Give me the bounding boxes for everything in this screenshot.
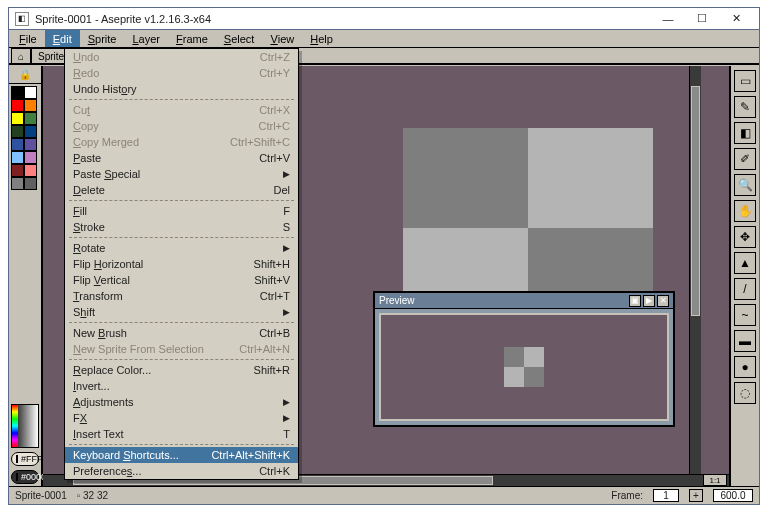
vertical-scrollbar[interactable] [689, 66, 701, 474]
eraser-icon[interactable]: ◧ [734, 122, 756, 144]
menu-file[interactable]: File [11, 30, 45, 47]
menu-item-replace-color[interactable]: Replace Color...Shift+R [65, 362, 298, 378]
bg-color-chip[interactable]: #000000 [11, 470, 39, 484]
menu-item-redo: RedoCtrl+Y [65, 65, 298, 81]
app-window: ◧ Sprite-0001 - Aseprite v1.2.16.3-x64 —… [8, 7, 760, 505]
palette-swatch[interactable] [24, 99, 37, 112]
contour-icon[interactable]: ● [734, 356, 756, 378]
menu-item-invert[interactable]: Invert... [65, 378, 298, 394]
lock-icon[interactable]: 🔒 [9, 66, 41, 84]
preview-close-button[interactable]: ✕ [657, 295, 669, 307]
menu-select[interactable]: Select [216, 30, 263, 47]
palette-swatch[interactable] [11, 177, 24, 190]
palette-swatch[interactable] [11, 164, 24, 177]
app-icon: ◧ [15, 12, 29, 26]
palette-swatch[interactable] [24, 151, 37, 164]
menu-item-adjustments[interactable]: Adjustments▶ [65, 394, 298, 410]
edit-menu-dropdown: UndoCtrl+ZRedoCtrl+YUndo HistoryCutCtrl+… [64, 48, 299, 480]
pencil-icon[interactable]: ✎ [734, 96, 756, 118]
menu-item-keyboard-shortcuts[interactable]: Keyboard Shortcuts...Ctrl+Alt+Shift+K [65, 447, 298, 463]
fg-color-chip[interactable]: #FFFFFF [11, 452, 39, 466]
eyedropper-icon[interactable]: ✐ [734, 148, 756, 170]
menu-item-undo: UndoCtrl+Z [65, 49, 298, 65]
marquee-icon[interactable]: ▭ [734, 70, 756, 92]
palette-swatch[interactable] [11, 151, 24, 164]
move-icon[interactable]: ✥ [734, 226, 756, 248]
palette-swatch[interactable] [24, 177, 37, 190]
bucket-icon[interactable]: ▲ [734, 252, 756, 274]
palette-swatch[interactable] [11, 112, 24, 125]
preview-panel: Preview ▣ ▶ ✕ [373, 291, 675, 427]
window-title: Sprite-0001 - Aseprite v1.2.16.3-x64 [35, 13, 211, 25]
menu-item-fill[interactable]: FillF [65, 203, 298, 219]
left-column: 🔒 #FFFFFF #000000 [9, 66, 43, 486]
palette-swatch[interactable] [24, 86, 37, 99]
menu-item-preferences[interactable]: Preferences...Ctrl+K [65, 463, 298, 479]
preview-play-button[interactable]: ▶ [643, 295, 655, 307]
menu-frame[interactable]: Frame [168, 30, 216, 47]
palette-swatch[interactable] [24, 138, 37, 151]
menu-item-fx[interactable]: FX▶ [65, 410, 298, 426]
menu-item-stroke[interactable]: StrokeS [65, 219, 298, 235]
menu-item-paste-special[interactable]: Paste Special▶ [65, 166, 298, 182]
menu-item-new-brush[interactable]: New BrushCtrl+B [65, 325, 298, 341]
menu-item-rotate[interactable]: Rotate▶ [65, 240, 298, 256]
menu-item-flip-horizontal[interactable]: Flip HorizontalShift+H [65, 256, 298, 272]
zoom-ratio-button[interactable]: 1:1 [703, 474, 727, 486]
menubar: FileEditSpriteLayerFrameSelectViewHelp [9, 30, 759, 48]
palette-swatch[interactable] [11, 125, 24, 138]
menu-item-copy: CopyCtrl+C [65, 118, 298, 134]
menu-item-transform[interactable]: TransformCtrl+T [65, 288, 298, 304]
palette-swatch[interactable] [11, 86, 24, 99]
tool-toolbar: ▭✎◧✐🔍✋✥▲/~▬●◌ [731, 66, 759, 486]
curve-icon[interactable]: ~ [734, 304, 756, 326]
close-button[interactable]: ✕ [719, 9, 753, 29]
menu-item-insert-text[interactable]: Insert TextT [65, 426, 298, 442]
line-icon[interactable]: / [734, 278, 756, 300]
menu-layer[interactable]: Layer [124, 30, 168, 47]
frame-duration-field[interactable]: 600.0 [713, 489, 753, 502]
palette-swatch[interactable] [24, 125, 37, 138]
palette-swatch[interactable] [11, 138, 24, 151]
zoom-icon[interactable]: 🔍 [734, 174, 756, 196]
frame-add-button[interactable]: + [689, 489, 703, 502]
titlebar: ◧ Sprite-0001 - Aseprite v1.2.16.3-x64 —… [9, 8, 759, 30]
status-sprite-name: Sprite-0001 [15, 490, 67, 501]
menu-item-paste[interactable]: PasteCtrl+V [65, 150, 298, 166]
maximize-button[interactable]: ☐ [685, 9, 719, 29]
menu-item-shift[interactable]: Shift▶ [65, 304, 298, 320]
frame-number-field[interactable]: 1 [653, 489, 679, 502]
menu-view[interactable]: View [262, 30, 302, 47]
frame-label: Frame: [611, 490, 643, 501]
rect-icon[interactable]: ▬ [734, 330, 756, 352]
preview-viewport[interactable] [379, 313, 669, 421]
menu-item-delete[interactable]: DeleteDel [65, 182, 298, 198]
palette-swatch[interactable] [24, 164, 37, 177]
menu-item-cut: CutCtrl+X [65, 102, 298, 118]
palette-swatch[interactable] [11, 99, 24, 112]
menu-sprite[interactable]: Sprite [80, 30, 125, 47]
blur-icon[interactable]: ◌ [734, 382, 756, 404]
statusbar: Sprite-0001 ▫ 32 32 Frame: 1 + 600.0 [9, 486, 759, 504]
menu-item-undo-history[interactable]: Undo History [65, 81, 298, 97]
home-icon: ⌂ [18, 51, 24, 62]
status-dims: ▫ 32 32 [77, 490, 108, 501]
menu-item-copy-merged: Copy MergedCtrl+Shift+C [65, 134, 298, 150]
color-palette [9, 84, 41, 190]
menu-item-new-sprite-from-selection: New Sprite From SelectionCtrl+Alt+N [65, 341, 298, 357]
menu-edit[interactable]: Edit [45, 30, 80, 47]
color-gradient[interactable] [11, 404, 39, 448]
preview-center-button[interactable]: ▣ [629, 295, 641, 307]
palette-swatch[interactable] [24, 112, 37, 125]
preview-title-label: Preview [379, 295, 415, 306]
minimize-button[interactable]: — [651, 9, 685, 29]
menu-help[interactable]: Help [302, 30, 341, 47]
hand-icon[interactable]: ✋ [734, 200, 756, 222]
tab-home[interactable]: ⌂ [11, 48, 31, 63]
menu-item-flip-vertical[interactable]: Flip VerticalShift+V [65, 272, 298, 288]
